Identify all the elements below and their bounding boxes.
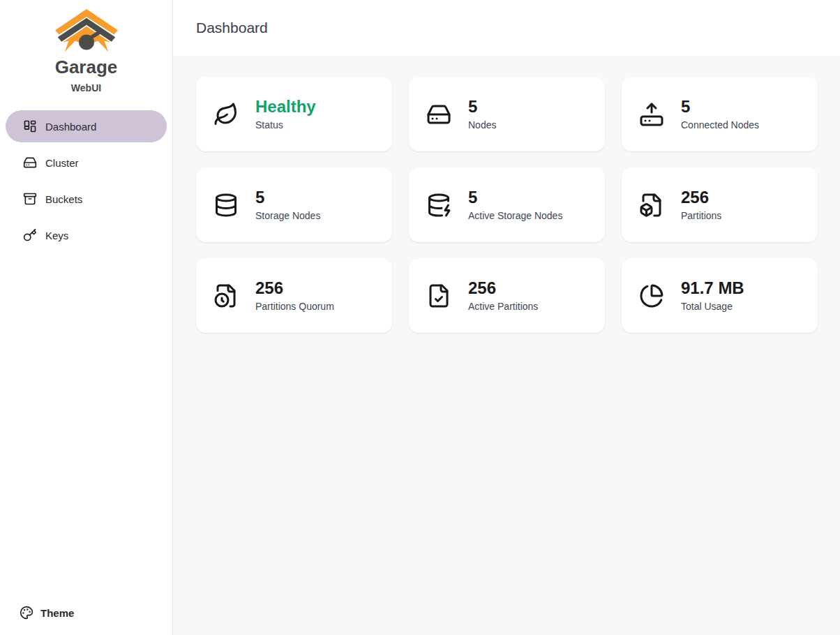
sidebar-item-label: Buckets [45,193,82,205]
stat-value: 5 [468,188,562,207]
palette-icon [20,606,33,620]
stat-value: Healthy [255,97,316,117]
stat-value: 5 [468,97,496,117]
sidebar-item-cluster[interactable]: Cluster [6,147,167,179]
sidebar-item-keys[interactable]: Keys [6,219,167,251]
stat-label: Partitions Quorum [255,300,334,313]
theme-label: Theme [40,607,74,619]
stat-text: 256 Partitions [681,188,721,222]
sidebar-item-label: Dashboard [45,121,96,133]
topbar: Dashboard [173,0,840,56]
stat-label: Storage Nodes [255,209,320,222]
sidebar-item-label: Cluster [45,157,79,169]
stats-grid: Healthy Status 5 Node [196,77,818,333]
stat-card-active-storage-nodes: 5 Active Storage Nodes [409,167,605,242]
app-title: Garage [0,57,172,77]
stat-card-total-usage: 91.7 MB Total Usage [622,258,818,333]
stat-text: 256 Partitions Quorum [255,278,334,313]
stat-text: Healthy Status [255,97,316,131]
page-title: Dashboard [196,20,268,36]
hard-drive-icon [23,156,37,170]
stat-text: 5 Active Storage Nodes [468,188,562,222]
hard-drive-upload-icon [639,102,664,127]
stat-label: Status [255,119,316,131]
main-area: Dashboard Healthy Status [173,0,840,635]
hard-drive-icon [426,102,451,127]
stat-label: Connected Nodes [681,119,759,131]
stat-card-partitions: 256 Partitions [622,167,818,242]
stat-card-active-partitions: 256 Active Partitions [409,258,605,333]
database-icon [213,193,239,218]
sidebar: Garage WebUI Dashboard [0,0,173,635]
app-subtitle: WebUI [0,82,172,94]
sidebar-item-dashboard[interactable]: Dashboard [6,110,167,142]
stat-label: Active Storage Nodes [468,209,562,222]
stat-label: Total Usage [681,300,744,313]
stat-label: Active Partitions [468,300,538,313]
stat-text: 91.7 MB Total Usage [681,278,744,313]
sidebar-item-buckets[interactable]: Buckets [6,183,167,215]
app-window: Garage WebUI Dashboard [0,0,840,635]
sidebar-item-label: Keys [45,230,68,241]
stat-value: 91.7 MB [681,278,744,298]
stat-value: 5 [681,97,759,117]
stat-value: 256 [468,278,538,298]
sidebar-footer: Theme [0,602,172,635]
garage-logo-icon [54,8,119,54]
stat-text: 5 Connected Nodes [681,97,759,131]
key-icon [23,228,37,242]
layout-dashboard-icon [23,119,37,133]
pie-chart-icon [639,283,664,308]
stat-value: 256 [681,188,721,207]
stat-card-storage-nodes: 5 Storage Nodes [196,167,392,242]
dashboard-content: Healthy Status 5 Node [173,56,840,354]
stat-text: 5 Storage Nodes [255,188,320,222]
logo: Garage WebUI [0,0,172,94]
sidebar-nav: Dashboard Cluster [0,110,172,251]
stat-label: Partitions [681,209,721,222]
file-box-icon [639,193,664,218]
archive-icon [23,192,37,206]
stat-value: 5 [255,188,320,207]
stat-card-nodes: 5 Nodes [409,77,605,151]
file-check-icon [426,283,451,308]
database-zap-icon [426,193,451,218]
stat-text: 256 Active Partitions [468,278,538,313]
stat-value: 256 [255,278,334,298]
stat-card-partitions-quorum: 256 Partitions Quorum [196,258,392,333]
stat-text: 5 Nodes [468,97,496,131]
theme-button[interactable]: Theme [6,602,167,624]
stat-card-connected-nodes: 5 Connected Nodes [622,77,818,151]
leaf-icon [213,102,239,127]
stat-card-status: Healthy Status [196,77,392,151]
stat-label: Nodes [468,119,496,131]
file-clock-icon [213,283,239,308]
